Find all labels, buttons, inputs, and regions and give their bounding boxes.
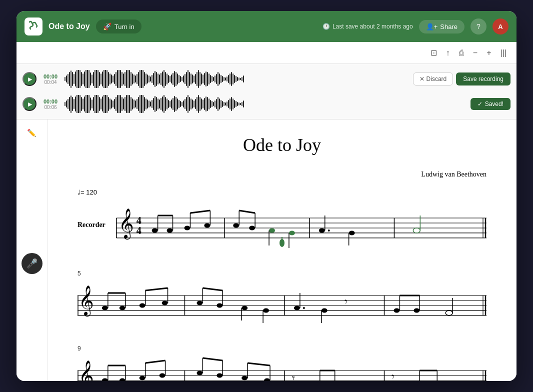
svg-point-85 bbox=[446, 310, 452, 316]
svg-text:𝄾: 𝄾 bbox=[344, 300, 348, 304]
save-recording-button[interactable]: Save recording bbox=[456, 72, 510, 86]
play-button-2[interactable]: ▶ bbox=[22, 97, 36, 111]
staff-container-1: ♩= 120 Recorder 𝄞 4 4 bbox=[78, 188, 486, 250]
sheet-area: Ode to Joy Ludwig van Beethoven ♩= 120 R… bbox=[48, 120, 516, 381]
share-button[interactable]: 👤+ Share bbox=[419, 20, 464, 34]
saved-badge[interactable]: ✓ Saved! bbox=[470, 98, 510, 110]
svg-point-82 bbox=[414, 308, 420, 312]
svg-line-113 bbox=[202, 358, 222, 360]
svg-point-31 bbox=[289, 230, 295, 235]
svg-point-74 bbox=[294, 306, 300, 310]
avatar-initials: A bbox=[498, 23, 502, 30]
clock-icon: 🕐 bbox=[322, 23, 330, 30]
sheet-title: Ode to Joy bbox=[78, 134, 486, 156]
expand-icon[interactable]: ⊡ bbox=[428, 46, 439, 60]
track-2-time: 00:00 00:06 bbox=[42, 98, 60, 110]
svg-point-116 bbox=[264, 378, 270, 381]
mic-icon: 🎤 bbox=[26, 258, 38, 269]
svg-point-17 bbox=[167, 228, 173, 232]
staff-container-3: 9 𝄞 bbox=[78, 345, 486, 381]
svg-text:4: 4 bbox=[136, 225, 142, 236]
svg-point-27 bbox=[249, 226, 255, 230]
svg-line-118 bbox=[248, 363, 270, 366]
share-label: Share bbox=[440, 23, 458, 30]
x-icon: ✕ bbox=[420, 76, 424, 82]
main-content: ✏️ 🎤 Ode to Joy Ludwig van Beethoven ♩= … bbox=[16, 120, 516, 381]
rocket-icon: 🚀 bbox=[103, 22, 112, 30]
track-1-time: 00:00 00:04 bbox=[42, 74, 60, 85]
toolbar: ⊡ ↑ ⎙ − + ||| bbox=[16, 42, 516, 64]
svg-point-38 bbox=[328, 230, 330, 232]
turn-in-button[interactable]: 🚀 Turn in bbox=[96, 20, 142, 34]
svg-text:𝄞: 𝄞 bbox=[78, 286, 94, 317]
check-icon: ✓ bbox=[478, 100, 482, 108]
svg-point-104 bbox=[140, 376, 146, 380]
svg-point-69 bbox=[242, 306, 248, 310]
pencil-button[interactable]: ✏️ bbox=[24, 126, 40, 140]
logo-icon bbox=[28, 20, 39, 34]
svg-point-106 bbox=[160, 374, 166, 378]
svg-point-39 bbox=[349, 230, 355, 235]
help-button[interactable]: ? bbox=[470, 18, 486, 34]
svg-line-73 bbox=[202, 288, 222, 290]
svg-text:𝄞: 𝄞 bbox=[118, 208, 134, 240]
play-icon-1: ▶ bbox=[28, 76, 32, 82]
save-recording-label: Save recording bbox=[463, 76, 504, 82]
zoom-out-icon[interactable]: − bbox=[471, 46, 480, 60]
play-icon-2: ▶ bbox=[28, 101, 32, 108]
svg-point-114 bbox=[242, 376, 248, 380]
svg-text:𝄾: 𝄾 bbox=[392, 374, 394, 379]
track-2-time-end: 00:06 bbox=[44, 104, 56, 110]
svg-point-111 bbox=[216, 374, 222, 378]
play-button-1[interactable]: ▶ bbox=[22, 72, 36, 86]
app-window: Ode to Joy 🚀 Turn in 🕐 Last save about 2… bbox=[16, 11, 516, 381]
tempo-mark: ♩= 120 bbox=[78, 188, 486, 196]
left-sidebar: ✏️ 🎤 bbox=[16, 120, 48, 381]
svg-point-29 bbox=[269, 228, 275, 232]
svg-point-101 bbox=[120, 378, 126, 381]
svg-point-15 bbox=[152, 228, 158, 232]
mixer-icon[interactable]: ||| bbox=[498, 46, 508, 60]
staff-container-2: 5 𝄞 bbox=[78, 270, 486, 325]
track-1-time-start: 00:00 bbox=[42, 74, 60, 80]
svg-point-57 bbox=[120, 306, 126, 310]
header: Ode to Joy 🚀 Turn in 🕐 Last save about 2… bbox=[16, 11, 516, 42]
svg-line-24 bbox=[190, 210, 210, 213]
turn-in-label: Turn in bbox=[114, 23, 134, 30]
svg-point-59 bbox=[140, 303, 146, 308]
composer-name: Ludwig van Beethoven bbox=[78, 170, 486, 178]
track-2-actions: ✓ Saved! bbox=[470, 98, 510, 110]
discard-button[interactable]: ✕ Discard bbox=[413, 72, 454, 86]
measure-number-3: 9 bbox=[78, 345, 486, 352]
svg-point-76 bbox=[303, 307, 305, 309]
staff-svg-3: 𝄞 bbox=[78, 353, 486, 381]
svg-point-21 bbox=[204, 223, 210, 228]
svg-text:𝄾: 𝄾 bbox=[292, 376, 295, 380]
waveform-2 bbox=[64, 95, 466, 113]
svg-point-109 bbox=[196, 371, 202, 376]
staff-svg-1: Recorder 𝄞 4 4 bbox=[78, 198, 486, 248]
upload-icon[interactable]: ↑ bbox=[444, 46, 452, 60]
svg-point-65 bbox=[196, 300, 202, 305]
svg-point-41 bbox=[413, 228, 420, 233]
svg-text:Recorder: Recorder bbox=[78, 221, 106, 228]
person-add-icon: 👤+ bbox=[426, 23, 438, 30]
audio-panel: ▶ 00:00 00:04 ✕ Discard Save recording bbox=[16, 64, 516, 120]
waveform-1 bbox=[64, 70, 408, 88]
svg-point-55 bbox=[102, 306, 108, 310]
track-1-actions: ✕ Discard Save recording bbox=[413, 72, 510, 86]
mic-container: 🎤 bbox=[16, 146, 47, 381]
save-info: 🕐 Last save about 2 months ago bbox=[322, 23, 413, 30]
svg-point-36 bbox=[319, 228, 325, 232]
svg-line-64 bbox=[146, 288, 168, 290]
logo bbox=[24, 18, 42, 36]
svg-point-71 bbox=[263, 308, 269, 312]
measure-number-2: 5 bbox=[78, 270, 486, 277]
print-icon[interactable]: ⎙ bbox=[457, 46, 466, 60]
svg-point-99 bbox=[102, 378, 108, 381]
avatar[interactable]: A bbox=[492, 18, 508, 34]
svg-line-35 bbox=[239, 210, 255, 213]
mic-button[interactable]: 🎤 bbox=[22, 253, 42, 274]
zoom-in-icon[interactable]: + bbox=[484, 46, 493, 60]
discard-label: Discard bbox=[426, 76, 447, 82]
